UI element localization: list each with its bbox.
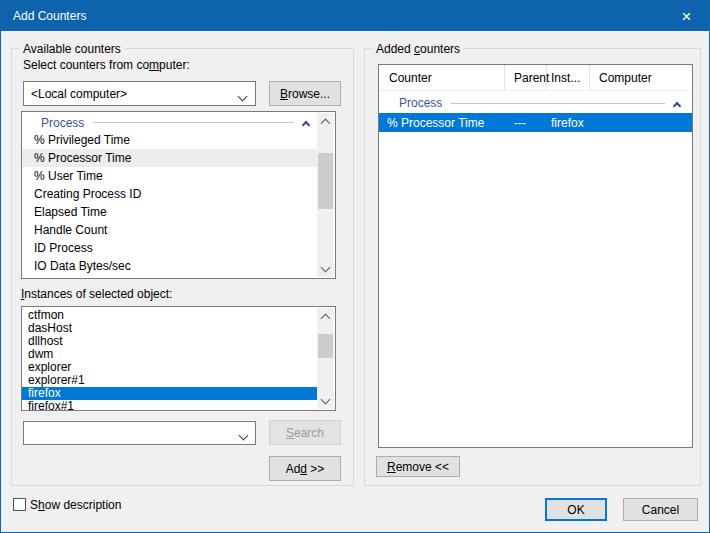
counter-item[interactable]: % User Time bbox=[22, 167, 318, 185]
search-label-post: earch bbox=[294, 426, 324, 440]
select-computer-label-mn: m bbox=[149, 58, 159, 72]
computer-combobox[interactable]: <Local computer> bbox=[23, 81, 256, 106]
counter-item[interactable]: Handle Count bbox=[22, 221, 318, 239]
instances-scrollbar[interactable] bbox=[317, 308, 334, 409]
search-dropdown-chevron[interactable] bbox=[232, 421, 256, 445]
instances-label-post: nstances of selected object: bbox=[24, 287, 172, 301]
add-button[interactable]: Add >> bbox=[269, 456, 341, 481]
counter-item[interactable]: Creating Process ID bbox=[22, 185, 318, 203]
close-icon: × bbox=[682, 8, 692, 25]
add-counters-dialog: Add Counters × Available counters Select… bbox=[0, 0, 710, 533]
added-object-header[interactable]: Process bbox=[379, 91, 692, 113]
select-computer-label: Select counters from computer: bbox=[23, 58, 190, 72]
column-header-parent[interactable]: Parent bbox=[505, 65, 547, 90]
collapse-chevron-icon[interactable] bbox=[673, 101, 681, 109]
added-counters-table: Counter Parent Inst... Computer Process … bbox=[378, 64, 693, 448]
scrollbar-down-icon[interactable] bbox=[317, 392, 334, 409]
computer-combobox-value: <Local computer> bbox=[31, 87, 127, 101]
available-counters-group-label: Available counters bbox=[19, 42, 125, 56]
counter-object-header[interactable]: Process bbox=[22, 112, 335, 131]
browse-label-post: rowse... bbox=[288, 87, 330, 101]
table-header: Counter Parent Inst... Computer bbox=[379, 65, 692, 91]
added-label-pre: Added bbox=[376, 42, 414, 56]
show-description-checkbox[interactable] bbox=[13, 498, 26, 511]
added-counters-group-label: Added counters bbox=[372, 42, 464, 56]
cell-parent: --- bbox=[505, 116, 547, 130]
add-label-post: >> bbox=[307, 462, 324, 476]
added-label-post: ounters bbox=[420, 42, 460, 56]
add-label-mn: d bbox=[300, 462, 307, 476]
counters-listbox: Process % Privileged Time % Processor Ti… bbox=[21, 111, 336, 279]
cancel-button[interactable]: Cancel bbox=[623, 498, 698, 521]
counter-item[interactable]: % Privileged Time bbox=[22, 131, 318, 149]
computer-dropdown-chevron-icon[interactable] bbox=[239, 89, 246, 103]
add-label-pre: Ad bbox=[286, 462, 301, 476]
scrollbar-down-icon[interactable] bbox=[317, 260, 334, 277]
column-header-counter[interactable]: Counter bbox=[379, 65, 505, 90]
search-button[interactable]: Search bbox=[269, 420, 341, 445]
instances-listbox: ctfmon dasHost dllhost dwm explorer expl… bbox=[21, 306, 336, 411]
added-object-name: Process bbox=[399, 96, 442, 110]
show-desc-mn: h bbox=[38, 498, 45, 512]
added-counter-row-selected[interactable]: % Processor Time --- firefox bbox=[379, 113, 692, 132]
show-description-label[interactable]: Show description bbox=[30, 498, 121, 512]
browse-button[interactable]: Browse... bbox=[269, 81, 341, 106]
select-computer-label-pre: Select counters from co bbox=[23, 58, 149, 72]
cell-counter: % Processor Time bbox=[379, 116, 505, 130]
search-label-mn: S bbox=[286, 426, 294, 440]
column-header-instance[interactable]: Inst... bbox=[547, 65, 590, 90]
window-title: Add Counters bbox=[1, 9, 86, 23]
instance-item[interactable]: dllhost bbox=[22, 335, 318, 348]
scrollbar-up-icon[interactable] bbox=[317, 113, 334, 130]
select-computer-label-post: puter: bbox=[159, 58, 190, 72]
remove-label-post: emove << bbox=[396, 460, 449, 474]
remove-button-label: Remove << bbox=[387, 460, 449, 474]
counter-item[interactable]: % Processor Time bbox=[22, 149, 318, 167]
instances-label: Instances of selected object: bbox=[21, 287, 172, 301]
browse-button-label: Browse... bbox=[280, 87, 330, 101]
cell-instance: firefox bbox=[547, 116, 584, 130]
counter-item[interactable]: Elapsed Time bbox=[22, 203, 318, 221]
instances-scrollbar-thumb[interactable] bbox=[318, 334, 333, 358]
show-desc-pre: S bbox=[30, 498, 38, 512]
search-dropdown-chevron-icon[interactable] bbox=[240, 428, 247, 442]
instance-item[interactable]: explorer#1 bbox=[22, 374, 318, 387]
show-desc-post: ow description bbox=[45, 498, 122, 512]
collapse-chevron-icon[interactable] bbox=[302, 121, 310, 129]
add-button-label: Add >> bbox=[286, 462, 325, 476]
column-header-computer[interactable]: Computer bbox=[590, 65, 692, 90]
instance-search-input[interactable] bbox=[23, 421, 233, 445]
browse-label-mn: B bbox=[280, 87, 288, 101]
ok-button[interactable]: OK bbox=[545, 498, 607, 521]
counter-item[interactable]: IO Data Bytes/sec bbox=[22, 257, 318, 275]
instance-item[interactable]: firefox#1 bbox=[22, 400, 318, 411]
close-button[interactable]: × bbox=[664, 1, 709, 31]
remove-label-mn: R bbox=[387, 460, 396, 474]
object-header-line bbox=[451, 103, 665, 104]
remove-button[interactable]: Remove << bbox=[376, 456, 460, 477]
counters-scrollbar-thumb[interactable] bbox=[318, 153, 333, 209]
search-button-label: Search bbox=[286, 426, 324, 440]
scrollbar-up-icon[interactable] bbox=[317, 308, 334, 325]
counter-object-name: Process bbox=[41, 116, 84, 130]
counter-item[interactable]: ID Process bbox=[22, 239, 318, 257]
counters-scrollbar[interactable] bbox=[317, 113, 334, 277]
object-header-line bbox=[93, 122, 294, 123]
title-bar[interactable]: Add Counters × bbox=[1, 1, 709, 31]
instance-item[interactable]: dasHost bbox=[22, 322, 318, 335]
